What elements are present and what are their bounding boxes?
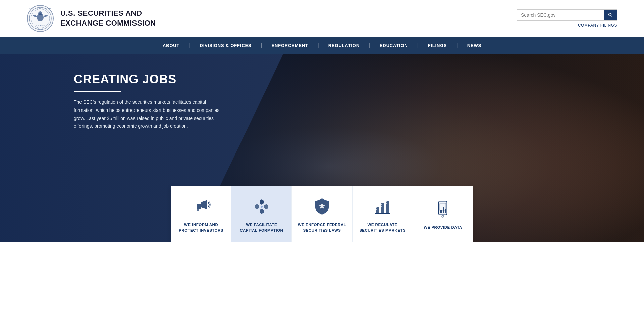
svg-rect-10 (197, 204, 201, 209)
svg-rect-22 (376, 209, 377, 210)
nav-item-enforcement[interactable]: ENFORCEMENT (262, 37, 318, 54)
hero-section: CREATING JOBS The SEC's regulation of th… (0, 54, 644, 242)
hexagons-icon (252, 196, 272, 217)
nav-item-education[interactable]: EDUCATION (370, 37, 417, 54)
hero-title: CREATING JOBS (74, 72, 228, 86)
svg-point-7 (609, 13, 611, 16)
nav-item-divisions[interactable]: DIVISIONS & OFFICES (190, 37, 261, 54)
svg-rect-24 (381, 206, 382, 207)
header-brand: ★ ★ ★ ★ ★ SECURITIES AND EXCHANGE MCMXXX… (27, 5, 156, 32)
chart-bars-icon (372, 196, 392, 217)
svg-rect-25 (386, 201, 387, 202)
company-filings-link[interactable]: COMPANY FILINGS (578, 23, 617, 28)
mission-cards-strip: WE INFORM AND PROTECT INVESTORS WE FACIL… (171, 186, 473, 242)
card-data-label: WE PROVIDE DATA (424, 225, 462, 230)
svg-rect-30 (440, 210, 442, 213)
nav-item-regulation[interactable]: REGULATION (319, 37, 369, 54)
search-input[interactable] (517, 10, 604, 20)
card-enforce-label: WE ENFORCE FEDERAL SECURITIES LAWS (298, 222, 346, 234)
hero-divider (74, 91, 121, 92)
hero-body: The SEC's regulation of the securities m… (74, 98, 228, 130)
shield-icon (312, 196, 332, 217)
site-header: ★ ★ ★ ★ ★ SECURITIES AND EXCHANGE MCMXXX… (0, 0, 644, 37)
phone-chart-icon (433, 199, 453, 219)
sec-seal: ★ ★ ★ ★ ★ SECURITIES AND EXCHANGE MCMXXX… (27, 5, 54, 32)
search-container (517, 9, 617, 21)
svg-marker-9 (201, 200, 207, 209)
nav-item-filings[interactable]: FILINGS (419, 37, 457, 54)
svg-line-8 (611, 16, 612, 17)
megaphone-icon (191, 196, 211, 217)
card-enforce-laws[interactable]: WE ENFORCE FEDERAL SECURITIES LAWS (292, 186, 352, 242)
svg-rect-20 (386, 201, 389, 213)
card-inform-label: WE INFORM AND PROTECT INVESTORS (179, 222, 223, 234)
svg-rect-11 (197, 209, 199, 211)
svg-point-3 (38, 11, 42, 15)
svg-marker-14 (264, 204, 268, 209)
main-nav: ABOUT | DIVISIONS & OFFICES | ENFORCEMEN… (0, 37, 644, 54)
nav-item-news[interactable]: NEWS (458, 37, 491, 54)
svg-rect-23 (381, 204, 382, 205)
card-facilitate-capital[interactable]: WE FACILITATE CAPITAL FORMATION (231, 186, 292, 242)
svg-text:MCMXXXIV: MCMXXXIV (36, 28, 45, 29)
card-facilitate-label: WE FACILITATE CAPITAL FORMATION (240, 222, 283, 234)
svg-point-16 (261, 206, 263, 208)
svg-marker-12 (260, 199, 264, 205)
svg-marker-13 (255, 204, 259, 209)
svg-rect-31 (443, 207, 444, 213)
card-inform-investors[interactable]: WE INFORM AND PROTECT INVESTORS (171, 186, 231, 242)
nav-item-about[interactable]: ABOUT (153, 37, 189, 54)
svg-text:SECURITIES AND EXCHANGE: SECURITIES AND EXCHANGE (29, 8, 52, 10)
svg-rect-21 (376, 207, 377, 208)
svg-text:★ ★ ★ ★ ★: ★ ★ ★ ★ ★ (36, 25, 45, 27)
svg-point-34 (442, 215, 444, 217)
card-provide-data[interactable]: WE PROVIDE DATA (413, 186, 473, 242)
org-name: U.S. SECURITIES AND EXCHANGE COMMISSION (60, 9, 156, 28)
svg-rect-26 (386, 203, 387, 204)
card-regulate-label: WE REGULATE SECURITIES MARKETS (359, 222, 406, 234)
header-actions: COMPANY FILINGS (517, 9, 617, 28)
search-button[interactable] (604, 10, 617, 20)
svg-marker-15 (260, 209, 264, 214)
hero-content: CREATING JOBS The SEC's regulation of th… (74, 72, 228, 130)
card-regulate-markets[interactable]: WE REGULATE SECURITIES MARKETS (353, 186, 413, 242)
